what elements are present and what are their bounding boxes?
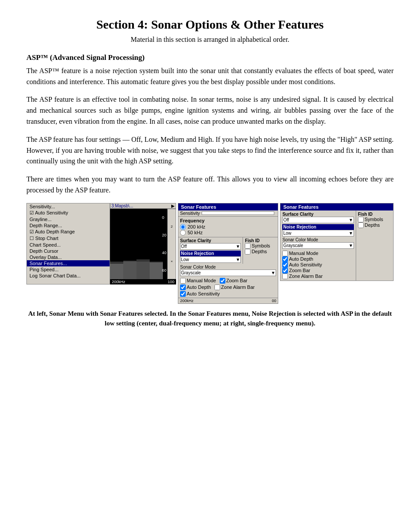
fish-id-section-center: Fish ID Symbols Depths — [243, 237, 278, 264]
chart-bottom-bar: 200kHz 100 — [110, 279, 176, 284]
menu-auto-depth-range[interactable]: Auto Depth Range — [27, 229, 110, 235]
surface-clarity-select-right[interactable]: Off ▼ — [282, 217, 354, 223]
menu-depth-cursor[interactable]: Depth Cursor — [27, 248, 110, 254]
menu-grayline[interactable]: Grayline... — [27, 216, 110, 222]
auto-depth-check-right[interactable] — [282, 256, 288, 262]
zoom-bar-label-center: Zoom Bar — [226, 278, 247, 283]
fish-id-symbols-center[interactable]: Symbols — [245, 243, 276, 249]
chart-depth-val: 100 — [168, 280, 174, 284]
center-bottom-bar: 200kHz 00 — [178, 298, 278, 303]
center-freq-bottom: 200kHz — [180, 299, 194, 303]
zone-alarm-center[interactable]: Zone Alarm Bar — [214, 284, 254, 290]
auto-sensitivity-check-right[interactable] — [282, 262, 288, 268]
noise-rej-arrow: ▼ — [236, 257, 240, 262]
sonar-color-label-right: Sonar Color Mode — [282, 237, 354, 242]
zone-alarm-check-right[interactable] — [282, 273, 288, 279]
center-panel: Sonar Features Sensitivity Frequency 200… — [178, 203, 278, 304]
noise-rej-label-center: Noise Rejection — [180, 251, 241, 256]
auto-sensitivity-check-center[interactable] — [180, 291, 186, 297]
sonar-color-section-center: Sonar Color Mode Grayscale ▼ — [178, 264, 278, 277]
freq-200[interactable]: 200 kHz — [180, 224, 276, 230]
sensitivity-bar: Sensitivity — [178, 210, 278, 217]
auto-depth-check-center[interactable] — [180, 284, 186, 290]
menu-chart-speed[interactable]: Chart Speed... — [27, 242, 110, 248]
sonar-color-select-center[interactable]: Grayscale ▼ — [180, 270, 276, 276]
freq-50-radio[interactable] — [180, 230, 186, 236]
caption: At left, Sonar Menu with Sonar Features … — [26, 309, 394, 329]
auto-depth-label-right: Auto Depth — [289, 256, 313, 262]
noise-rej-select-right[interactable]: Low ▼ — [282, 230, 354, 236]
right-right-col: Fish ID Symbols Depths — [356, 210, 393, 281]
freq-200-radio[interactable] — [180, 224, 186, 230]
right-left-col: Surface Clarity Off ▼ Noise Rejection Lo… — [280, 210, 356, 281]
fish-id-symbols-label: Symbols — [251, 243, 270, 248]
auto-sensitivity-center[interactable]: Auto Sensitivity — [180, 291, 220, 297]
zone-alarm-check-center[interactable] — [214, 284, 220, 290]
manual-mode-label-center: Manual Mode — [187, 278, 216, 283]
zoom-bar-right[interactable]: Zoom Bar — [282, 268, 354, 273]
center-bottom-options: Manual Mode Zoom Bar Auto Depth Zone Ala… — [178, 277, 278, 298]
auto-depth-right[interactable]: Auto Depth — [282, 256, 354, 262]
fish-id-depths-center[interactable]: Depths — [245, 249, 276, 255]
fish-id-depths-label-right: Depths — [365, 222, 380, 228]
chart-freq-label: 200kHz — [112, 280, 125, 284]
noise-rej-label-right: Noise Rejection — [282, 224, 354, 230]
surface-clarity-value-right: Off — [283, 218, 289, 222]
center-panel-title: Sonar Features — [178, 203, 278, 210]
freq-50[interactable]: 50 kHz — [180, 230, 276, 236]
manual-mode-check-center[interactable] — [180, 278, 186, 284]
menu-overlay-data[interactable]: Overlay Data... — [27, 254, 110, 260]
manual-mode-center[interactable]: Manual Mode — [180, 278, 216, 284]
manual-mode-label-right: Manual Mode — [289, 251, 318, 256]
surface-clarity-section: Surface Clarity Off ▼ Noise Rejection Lo… — [178, 237, 243, 264]
surface-clarity-select[interactable]: Off ▼ — [180, 243, 241, 250]
fish-id-symbols-check[interactable] — [245, 243, 251, 249]
fish-id-label-center: Fish ID — [245, 238, 276, 243]
depth-scale: 2 × — [167, 209, 176, 279]
screenshots-row: Sensitivity... Auto Sensitivity Grayline… — [26, 203, 394, 304]
zoom-bar-check-center[interactable] — [220, 278, 225, 284]
auto-sensitivity-right[interactable]: Auto Sensitivity — [282, 262, 354, 268]
svg-rect-1 — [110, 264, 123, 279]
right-panel: Sonar Features Surface Clarity Off ▼ Noi… — [280, 203, 394, 281]
paragraph-4: There are times when you may want to tur… — [26, 174, 394, 196]
zone-alarm-label-right: Zone Alarm Bar — [289, 273, 322, 279]
subtitle: Material in this section is arranged in … — [26, 34, 394, 45]
right-panel-title: Sonar Features — [280, 203, 393, 210]
noise-rej-value: Low — [181, 257, 189, 262]
menu-log-sonar[interactable]: Log Sonar Chart Data... — [27, 273, 110, 279]
fish-id-depths-check[interactable] — [245, 249, 251, 255]
noise-rej-value-right: Low — [283, 231, 291, 236]
menu-depth-range[interactable]: Depth Range... — [27, 222, 110, 229]
svg-rect-2 — [123, 261, 136, 279]
center-depth-bottom: 00 — [272, 299, 276, 303]
fish-id-symbols-check-right[interactable] — [358, 217, 364, 222]
menu-stop-chart[interactable]: Stop Chart — [27, 235, 110, 242]
sonar-color-value-center: Grayscale — [181, 270, 201, 275]
menu-sensitivity[interactable]: Sensitivity... — [27, 203, 110, 210]
manual-mode-check-right[interactable] — [282, 251, 288, 256]
sonar-color-label-center: Sonar Color Mode — [180, 265, 276, 270]
zone-alarm-right[interactable]: Zone Alarm Bar — [282, 273, 354, 279]
frequency-label: Frequency — [180, 218, 276, 223]
zoom-bar-center[interactable]: Zoom Bar — [220, 278, 247, 284]
zoom-bar-check-right[interactable] — [282, 268, 288, 273]
page-title: Section 4: Sonar Options & Other Feature… — [26, 18, 394, 32]
frequency-section: Frequency 200 kHz 50 kHz — [178, 217, 278, 237]
menu-sonar-features[interactable]: Sonar Features... — [27, 260, 110, 266]
menu-auto-sensitivity[interactable]: Auto Sensitivity — [27, 210, 110, 216]
menu-ping-speed[interactable]: Ping Speed... — [27, 266, 110, 273]
fish-id-symbols-label-right: Symbols — [365, 217, 383, 222]
fish-id-symbols-right[interactable]: Symbols — [358, 217, 391, 222]
surface-clarity-label: Surface Clarity — [180, 238, 241, 243]
fish-id-depths-right[interactable]: Depths — [358, 222, 391, 228]
svg-rect-4 — [150, 262, 163, 279]
noise-rej-select[interactable]: Low ▼ — [180, 256, 241, 263]
sonar-color-select-right[interactable]: Grayscale ▼ — [282, 242, 354, 249]
manual-mode-right[interactable]: Manual Mode — [282, 251, 354, 256]
chart-top-label: 3:Mapsb\... — [111, 203, 133, 208]
auto-depth-center[interactable]: Auto Depth — [180, 284, 211, 290]
paragraph-1: The ASP™ feature is a noise rejection sy… — [26, 66, 394, 88]
fish-id-depths-check-right[interactable] — [358, 222, 364, 228]
left-screenshot: Sensitivity... Auto Sensitivity Grayline… — [26, 203, 176, 284]
